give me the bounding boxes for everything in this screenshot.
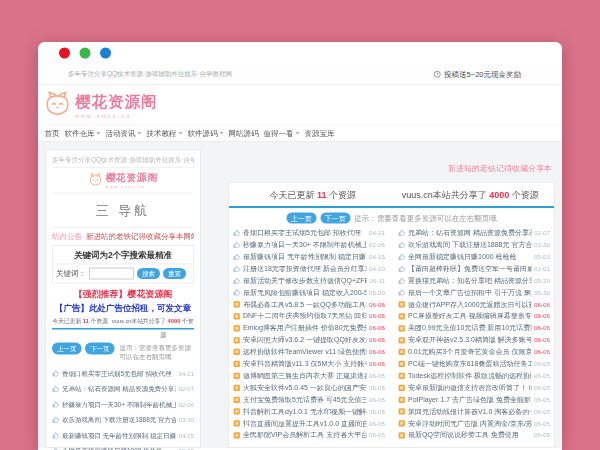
post-date: 03-30 [179,416,194,423]
post-item[interactable]: 微博晒图第三届生肖内衣大赛 正规渠道参与秒06-05 [233,370,385,382]
window-maximize-button[interactable] [100,48,111,59]
post-item[interactable]: 欢乐游戏离间 下载注册送1888元 官方合作03-30 [52,412,194,428]
post-item[interactable]: 全网最新稳定赚钱日赚1000 枪枪枪05-03 [52,443,194,450]
post-item[interactable]: 安卓双开神器v2.5.3.0精简版 解决多账号切换06-06 [398,334,550,346]
next-page-button[interactable]: 下一页 [85,343,115,355]
post-item[interactable]: 安卓抖音精简版v11.3 仅5M大小 支持账号登录06-06 [233,358,385,370]
post-item[interactable]: PotPlayer 1.7 去广告绿色版 免费全能影音播06-05 [398,394,550,406]
nav-item-2[interactable]: 软件仓库 [62,128,103,138]
nav-item-4[interactable]: 技术教程 [144,128,185,138]
box-icon [398,301,406,309]
window-close-button[interactable] [59,48,70,59]
post-item[interactable]: 【莆田超棒鞋联】免费送空军一号莆田威1970s01-01 [398,263,550,275]
post-date: 02-07 [179,385,194,392]
nav-item-8[interactable]: 资源宝库 [302,128,337,138]
post-item[interactable]: 最后一个文章广告位招租中 引千万流 聚八方05-30 [398,286,550,298]
post-item[interactable]: 兄弟站：钻石资源网 精品资源免费分享基地02-07 [398,227,550,239]
post-item[interactable]: 香烟口粮买零王试烟5元包邮 招收代理04-21 [52,366,194,382]
post-item[interactable]: 全民影院VIP会员解析工具 支持各大平台视频06-05 [233,429,385,441]
nav-item-3[interactable]: 活动资讯 [103,128,144,138]
post-date: 04-21 [369,229,385,236]
search-input[interactable] [89,268,134,280]
post-item[interactable]: 安卓闪照大师v3.6.2 一键提取QQ好友发的闪照06-06 [233,334,385,346]
post-title: 抖音解析工具dy1.0.1 无水印视频一键解析软件 [243,407,367,416]
post-date: 06-05 [534,384,550,391]
post-item[interactable]: PC端一键抢购京东618叠蛋糕活动任务工具06-05 [398,358,550,370]
search-panel: 关键词为2个字搜索最精准 关键词： 搜索 重置 [52,245,194,284]
post-item[interactable]: 秒赚暴力项目一天30+ 不限制年龄机械上手02-06 [233,239,385,251]
reset-button[interactable]: 重置 [163,268,186,279]
post-date: 06-06 [369,313,385,320]
post-item[interactable]: 注册送18元零投资做代理 新会员分红享100004-10 [233,263,385,275]
post-item[interactable]: 秒赚暴力项目一天30+ 不限制年龄机械上手02-06 [52,397,194,413]
box-icon [233,336,241,344]
nav-item-1[interactable]: 首页 [42,128,62,138]
post-item[interactable]: 香烟口粮买零王试烟5元包邮 招收代理04-21 [233,227,385,239]
post-title: 欢乐游戏离间 下载注册送1888元 官方合作 [408,240,532,249]
post-item[interactable]: 置换猫兄弟站：知名分享吧 精品资源分享基地05-20 [398,275,550,287]
post-item[interactable]: 策回兄活动线报计算器V1.0 淘客必备的一款软06-05 [398,405,550,417]
nav-item-7[interactable]: 值得一看 [261,128,302,138]
post-date: 04-21 [179,370,194,377]
sidebar-pager: 上一页 下一页 提示：需要查看更多资源可以在左右翻页哦 [52,343,194,362]
post-item[interactable]: PC屏摄整好友工具 视频编辑屏幕整蛊专家 改06-06 [398,310,550,322]
post-item[interactable]: 抖音解析工具dy1.0.1 无水印视频一键解析软件06-05 [233,405,385,417]
box-icon [398,336,406,344]
ad-slot-link[interactable]: 【广告】此处广告位招租，可发文章 [52,303,194,315]
prev-page-button[interactable]: 上一页 [286,213,316,224]
box-icon [398,408,406,416]
thumb-icon [398,277,406,285]
thumb-icon [233,241,241,249]
post-item[interactable]: Emlog博客用户注册插件 价值80元免费分享06-06 [233,322,385,334]
post-item[interactable]: 最新赚钱项目 无年龄性别限制 稳定日赚04-15 [52,428,194,444]
sidebar-logo: 樱花资源阁 www.vuus.cn [52,168,194,194]
post-item[interactable]: 安卓浮动时间无广告版 内置淘金/京东/苏宁/拼06-05 [398,417,550,429]
sidebar-logo-title[interactable]: 樱花资源阁 [106,171,159,185]
post-column-right: 兄弟站：钻石资源网 精品资源免费分享基地02-07欢乐游戏离间 下载注册送188… [398,227,550,441]
post-item[interactable]: 最新赚钱项目 无年龄性别限制 稳定日赚300+04-15 [233,251,385,263]
post-item[interactable]: 欢乐游戏离间 下载注册送1888元 官方合作03-30 [398,239,550,251]
post-date: 06-06 [369,325,385,332]
post-title: 香烟口粮买零王试烟5元包邮 招收代理 [62,369,176,378]
post-item[interactable]: 美团0.99元充值10元话费 新用10元话费秒到06-06 [398,322,550,334]
nav-item-6[interactable]: 网站源码 [226,128,261,138]
post-item[interactable]: 安卓最新版的微信支持语音改听筒了！ iOS版06-05 [398,382,550,394]
box-icon [233,408,241,416]
site-logo-title[interactable]: 樱花资源阁 [75,91,158,112]
reward-link[interactable]: 投稿送5~20元现金奖励 [434,69,521,79]
post-title: 布偶必备工具v5.8.5 一款QQ多功能工具软件 [243,300,367,309]
search-button[interactable]: 搜索 [137,268,160,279]
post-item[interactable]: 兄弟站：钻石资源网 精品资源免费分享基地02-07 [52,381,194,397]
next-page-button[interactable]: 下一页 [320,213,350,224]
post-title: 美团0.99元充值10元话费 新用10元话费秒到 [408,324,532,333]
post-title: 抖音直播间放置提升工具v1.0.0 直播间自动发 [243,419,367,428]
post-item[interactable]: 最新无风险包赔赚钱项目 稳定收入200-500元05-20 [233,286,385,298]
post-date: 06-06 [534,337,550,344]
thumb-icon [233,265,241,273]
post-title: 微博晒图第三届生肖内衣大赛 正规渠道参与秒 [243,371,367,380]
prev-page-button[interactable]: 上一页 [52,343,82,355]
post-item[interactable]: 远程协助软件TeamViewer v11 绿色便携版 方便06-06 [233,346,385,358]
post-item[interactable]: 火狐安全软件v5.0.45 一款良心的国产安全软件06-05 [233,382,385,394]
post-item[interactable]: 0.01元购买3个月爱奇艺黄金会员 仅限京东plus06-06 [398,346,550,358]
post-item[interactable]: 最新活动关于修改步数支持微信QQ+ZFB步06-11 [233,275,385,287]
recommend-ad[interactable]: 【强烈推荐】樱花资源阁 [52,288,194,300]
post-item[interactable]: Todesk远程控制软件 极致流畅的远程协助工具06-05 [398,370,550,382]
post-date: 06-06 [369,348,385,355]
post-item[interactable]: 最新QQ空间说说秒赞工具 免费使用06-05 [398,429,550,441]
post-title: 全网最新稳定赚钱日赚1000 枪枪枪 [408,252,532,261]
post-item[interactable]: 布偶必备工具v5.8.5 一款QQ多功能工具软件06-06 [233,298,385,310]
post-item[interactable]: 全网最新稳定赚钱日赚1000 枪枪枪05-03 [398,251,550,263]
post-title: 最新赚钱项目 无年龄性别限制 稳定日赚300+ [243,252,367,261]
window-minimize-button[interactable] [80,48,91,59]
post-date: 06-06 [369,301,385,308]
post-item[interactable]: 微众银行APP存入1000元返赠次日可以获得现06-06 [398,298,550,310]
post-item[interactable]: DNF十二周年庆典预约领取7天黑钻 回归用户06-06 [233,310,385,322]
sidebar-nav-toggle[interactable]: 三 导航 [52,194,194,229]
thumb-icon [52,401,60,409]
post-item[interactable]: 抖音直播间放置提升工具v1.0.0 直播间自动发06-05 [233,417,385,429]
nav-item-5[interactable]: 软件源码 [185,128,226,138]
post-item[interactable]: 支付宝免费领取5元话费券 可45元充值三网5006-05 [233,394,385,406]
post-date: 06-06 [534,313,550,320]
post-title: Emlog博客用户注册插件 价值80元免费分享 [243,324,367,333]
